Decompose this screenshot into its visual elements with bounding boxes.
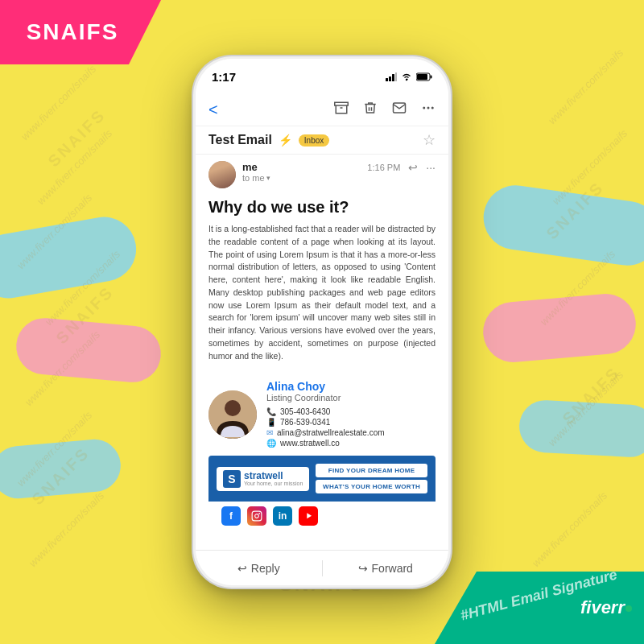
reply-label: Reply xyxy=(251,562,280,575)
svg-point-11 xyxy=(431,107,434,109)
sender-row: me to me ▾ 1:16 PM ↩ ··· xyxy=(196,155,448,195)
svg-point-4 xyxy=(406,78,407,80)
forward-button[interactable]: ↪ Forward xyxy=(323,562,449,575)
phone-screen: 1:17 xyxy=(196,59,448,585)
delete-icon[interactable] xyxy=(363,101,378,119)
social-row: f in xyxy=(208,502,436,530)
toolbar-icons xyxy=(334,101,436,119)
star-icon[interactable]: ☆ xyxy=(423,131,436,149)
status-icons xyxy=(386,72,432,81)
facebook-icon[interactable]: f xyxy=(221,506,241,526)
cta-home-worth[interactable]: WHAT'S YOUR HOME WORTH xyxy=(316,480,427,493)
email-paragraph: It is a long-established fact that a rea… xyxy=(208,223,436,362)
svg-point-13 xyxy=(225,400,241,416)
bottom-action-bar: ↩ Reply ↪ Forward xyxy=(196,550,448,585)
sig-website: www.stratwell.co xyxy=(280,439,340,448)
company-logo: S stratwell Your home, our mission xyxy=(217,467,309,491)
signature-person: Alina Choy Listing Coordinator 📞 305-403… xyxy=(208,380,436,449)
instagram-icon[interactable] xyxy=(247,506,266,526)
email-body: Why do we use it? It is a long-establish… xyxy=(196,195,448,370)
email-subject: Test Email xyxy=(208,133,272,147)
sender-avatar xyxy=(208,161,236,188)
forward-arrow-icon: ↪ xyxy=(358,562,368,575)
signature-info: Alina Choy Listing Coordinator 📞 305-403… xyxy=(266,380,385,449)
email-scroll-area[interactable]: me to me ▾ 1:16 PM ↩ ··· xyxy=(196,155,448,547)
signature-name: Alina Choy xyxy=(266,380,385,393)
svg-point-10 xyxy=(427,107,430,109)
reply-icon[interactable]: ↩ xyxy=(408,161,418,174)
email-subject-bar: Test Email ⚡ Inbox ☆ xyxy=(196,126,448,155)
wifi-icon xyxy=(401,72,412,81)
email-toolbar: < xyxy=(196,94,448,126)
subject-left: Test Email ⚡ Inbox xyxy=(208,133,329,147)
company-cta-buttons: FIND YOUR DREAM HOME WHAT'S YOUR HOME WO… xyxy=(316,464,427,493)
email-signature: Alina Choy Listing Coordinator 📞 305-403… xyxy=(196,370,448,537)
svg-rect-14 xyxy=(252,511,262,521)
status-time: 1:17 xyxy=(212,70,236,84)
company-bar: S stratwell Your home, our mission FIND … xyxy=(208,456,436,502)
phone-frame: 1:17 xyxy=(193,56,451,588)
svg-rect-0 xyxy=(386,78,388,81)
phone-icon-2: 📱 xyxy=(266,418,276,427)
sig-phone1-row: 📞 305-403-6430 xyxy=(266,407,385,416)
sig-website-row: 🌐 www.stratwell.co xyxy=(266,439,385,448)
sig-email: alina@stratwellrealestate.com xyxy=(277,428,385,437)
youtube-icon[interactable] xyxy=(299,506,318,526)
company-name: stratwell xyxy=(244,471,303,481)
company-logo-s: S xyxy=(223,470,241,488)
cta-find-home[interactable]: FIND YOUR DREAM HOME xyxy=(316,464,427,477)
more-options-icon[interactable]: ··· xyxy=(426,161,436,174)
sender-actions: 1:16 PM ↩ ··· xyxy=(367,161,436,174)
signature-avatar xyxy=(208,390,257,439)
battery-icon xyxy=(416,72,432,81)
email-icon: ✉ xyxy=(266,428,273,437)
svg-marker-16 xyxy=(307,513,312,518)
archive-icon[interactable] xyxy=(334,101,349,119)
company-name-block: stratwell Your home, our mission xyxy=(244,471,303,486)
sig-phone2-row: 📱 786-539-0341 xyxy=(266,418,385,427)
svg-rect-3 xyxy=(395,72,397,81)
back-button[interactable]: < xyxy=(208,101,218,119)
svg-rect-6 xyxy=(417,74,427,80)
svg-rect-7 xyxy=(431,75,432,78)
phone-icon-1: 📞 xyxy=(266,407,276,416)
svg-rect-2 xyxy=(392,74,394,81)
fiverr-dot xyxy=(625,605,632,612)
signature-title: Listing Coordinator xyxy=(266,393,385,402)
avatar-image xyxy=(208,161,236,188)
more-icon[interactable] xyxy=(421,101,436,119)
sender-left: me to me ▾ xyxy=(208,161,270,188)
company-tagline: Your home, our mission xyxy=(244,481,303,486)
globe-icon: 🌐 xyxy=(266,439,276,448)
svg-point-15 xyxy=(258,513,260,514)
phone-mockup: 1:17 xyxy=(193,56,451,588)
svg-point-9 xyxy=(423,107,425,109)
sig-email-row: ✉ alina@stratwellrealestate.com xyxy=(266,428,385,437)
inbox-badge: Inbox xyxy=(299,134,329,147)
svg-rect-1 xyxy=(389,76,391,81)
brand-name-banner: SNAIFS xyxy=(27,19,119,45)
person-silhouette xyxy=(208,390,257,439)
fiverr-logo: fiverr xyxy=(580,597,632,618)
signal-icon xyxy=(386,72,397,81)
lightning-icon: ⚡ xyxy=(279,134,292,147)
sig-phone1: 305-403-6430 xyxy=(280,407,330,416)
reply-button[interactable]: ↩ Reply xyxy=(196,562,322,575)
sender-to: to me ▾ xyxy=(242,173,270,183)
sig-phone2: 786-539-0341 xyxy=(280,418,330,427)
email-heading: Why do we use it? xyxy=(208,198,436,217)
forward-label: Forward xyxy=(372,562,413,575)
status-bar: 1:17 xyxy=(196,59,448,94)
sender-name: me xyxy=(242,161,270,173)
linkedin-icon[interactable]: in xyxy=(273,506,292,526)
chevron-down-icon[interactable]: ▾ xyxy=(266,174,270,182)
reply-arrow-icon: ↩ xyxy=(237,562,247,575)
mail-icon[interactable] xyxy=(392,101,407,119)
sender-info: me to me ▾ xyxy=(242,161,270,183)
sender-time: 1:16 PM xyxy=(367,163,400,172)
